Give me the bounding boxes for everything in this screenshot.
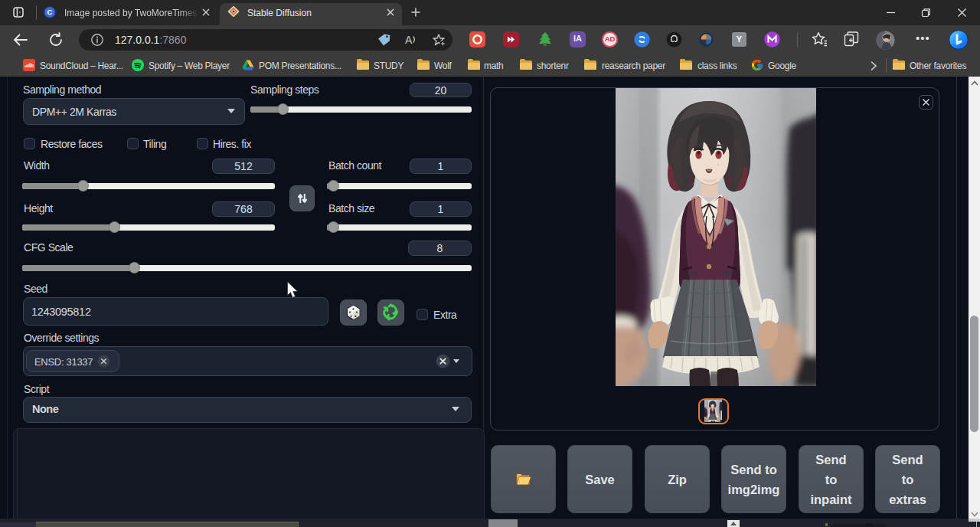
svg-text:A: A xyxy=(405,34,413,46)
svg-text:C: C xyxy=(47,8,53,16)
